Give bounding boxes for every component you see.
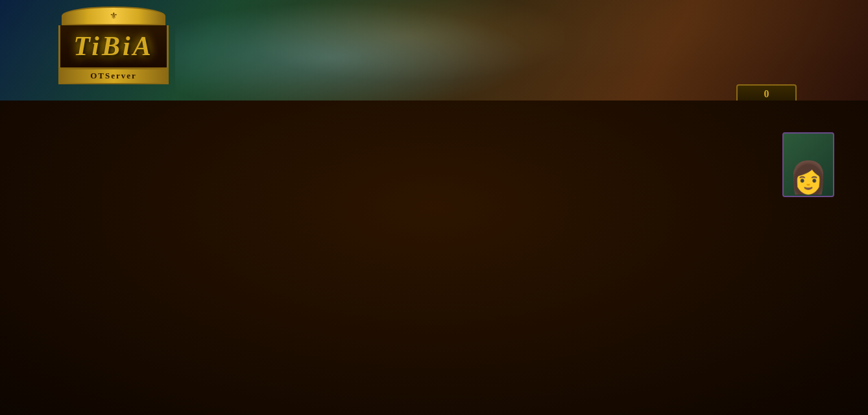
header-banner: TiBiA OTServer 0 Players Online <box>0 0 868 101</box>
tibia-logo: TiBiA OTServer <box>55 6 172 84</box>
players-online-badge: 0 Players Online <box>736 84 797 101</box>
newcomer-avatar <box>782 132 834 197</box>
logo-subtitle: OTServer <box>58 69 169 84</box>
logo-text: TiBiA <box>58 25 169 69</box>
logo-ornament-top <box>62 6 165 25</box>
